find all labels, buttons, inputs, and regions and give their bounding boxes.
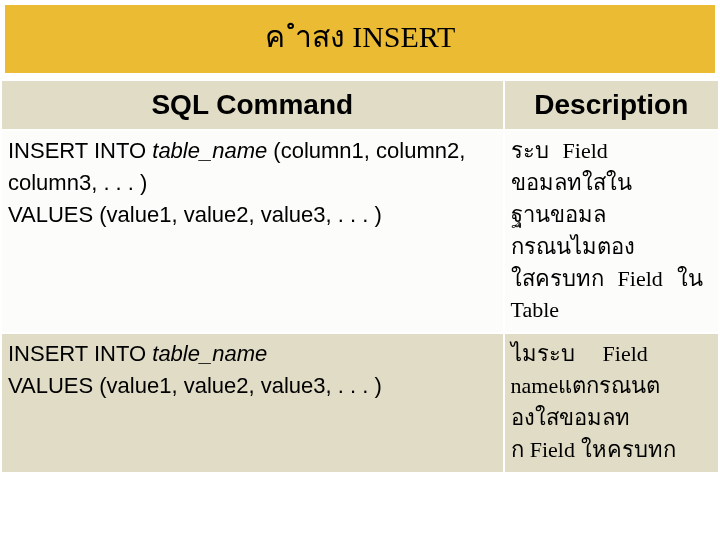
header-desc: Description — [504, 80, 719, 130]
desc-text: name — [511, 373, 559, 398]
sql-cell: INSERT INTO table_name VALUES (value1, v… — [1, 333, 504, 473]
sql-text: INSERT INTO — [8, 341, 152, 366]
table-row: INSERT INTO table_name (column1, column2… — [1, 130, 719, 333]
desc-cell: ระบField ขอมลทใสใน ฐานขอมล กรณนไมตอง ใสค… — [504, 130, 719, 333]
table-header-row: SQL Command Description — [1, 80, 719, 130]
table-row: INSERT INTO table_name VALUES (value1, v… — [1, 333, 719, 473]
desc-text: องใสขอมลท — [511, 405, 630, 430]
desc-text: กรณนไมตอง — [511, 234, 635, 259]
desc-text: Field — [603, 341, 648, 366]
desc-text: Field — [563, 138, 608, 163]
desc-text: Table — [511, 297, 560, 322]
desc-text: ก — [511, 437, 530, 462]
desc-text: ระบ — [511, 138, 549, 163]
desc-text: Field — [618, 266, 663, 291]
desc-text: ขอมลทใสใน — [511, 170, 632, 195]
desc-text: แตกรณนต — [558, 373, 660, 398]
slide-title: ค ำสง INSERT — [5, 5, 715, 73]
sql-text: VALUES (value1, value2, value3, . . . ) — [8, 202, 382, 227]
table-name: table_name — [152, 138, 267, 163]
desc-text: ใสครบทก — [511, 266, 604, 291]
sql-cell: INSERT INTO table_name (column1, column2… — [1, 130, 504, 333]
desc-cell: ไมระบField nameแตกรณนต องใสขอมลท ก Field… — [504, 333, 719, 473]
sql-text: VALUES (value1, value2, value3, . . . ) — [8, 373, 382, 398]
desc-text: ใน — [677, 266, 703, 291]
desc-text: ใหครบทก — [575, 437, 676, 462]
slide: ค ำสง INSERT SQL Command Description INS… — [0, 5, 720, 540]
desc-text: Field — [530, 437, 575, 462]
title-text: ค ำสง INSERT — [265, 20, 456, 53]
sql-text: INSERT INTO — [8, 138, 152, 163]
header-sql: SQL Command — [1, 80, 504, 130]
table-name: table_name — [152, 341, 267, 366]
desc-text: ไมระบ — [511, 341, 575, 366]
desc-text: ฐานขอมล — [511, 202, 606, 227]
sql-table: SQL Command Description INSERT INTO tabl… — [0, 79, 720, 474]
